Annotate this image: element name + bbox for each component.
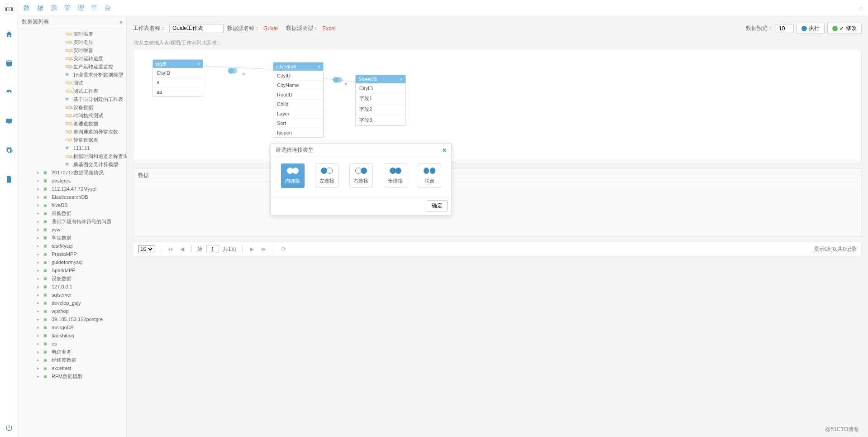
tree-item[interactable]: SQL实时温度 bbox=[18, 30, 126, 38]
modify-button[interactable]: ✓ 修改 bbox=[827, 23, 862, 34]
field[interactable]: 字段1 bbox=[356, 93, 405, 104]
tree-item[interactable]: SQL测试工作表 bbox=[18, 87, 126, 95]
tree-item[interactable]: SQL查询通道的异常次数 bbox=[18, 128, 126, 136]
remove-join-icon[interactable]: × bbox=[344, 81, 347, 86]
tree-item[interactable]: ▸▣测试字段有特殊符号的问题 bbox=[18, 217, 126, 226]
tree-item[interactable]: ▸▣tiaoshibug bbox=[18, 331, 126, 340]
tree-item[interactable]: SQL生产运转速度监控 bbox=[18, 62, 126, 71]
tree-item[interactable]: ▸▣postgres bbox=[18, 177, 126, 185]
collapse-sidebar-icon[interactable]: « bbox=[119, 19, 123, 25]
tree-item[interactable]: ⚒基于向导创建的工作表 bbox=[18, 95, 126, 103]
join-left[interactable]: 左连接 bbox=[315, 163, 339, 188]
field[interactable]: 字段3 bbox=[356, 115, 405, 125]
field[interactable]: CityID bbox=[273, 71, 323, 80]
join-node-icon[interactable] bbox=[333, 77, 343, 86]
tree-item[interactable]: ▸▣es bbox=[18, 340, 126, 348]
tree-item[interactable]: SQL设备数据 bbox=[18, 103, 126, 111]
tree-item[interactable]: ⚒行业需求分析数据模型 bbox=[18, 71, 126, 79]
tree-item[interactable]: ▸▣RFM数据模型 bbox=[18, 372, 126, 380]
field[interactable]: aa bbox=[153, 87, 203, 96]
tree-item[interactable]: ▸▣采购数据 bbox=[18, 209, 126, 217]
field[interactable]: RootID bbox=[273, 90, 323, 99]
tree-item[interactable]: ▸▣112.124.47.72Mysql bbox=[18, 185, 126, 193]
svg-point-5 bbox=[336, 77, 342, 83]
join-canvas[interactable]: city$× CityID a aa citydata$× CityID Cit… bbox=[133, 50, 862, 162]
dashboard-icon[interactable] bbox=[0, 83, 18, 101]
document-icon[interactable] bbox=[0, 170, 18, 188]
power-icon[interactable] bbox=[0, 419, 18, 437]
field[interactable]: Isopen bbox=[273, 128, 323, 137]
tree-item[interactable]: SQL查通道数据 bbox=[18, 120, 126, 128]
page-input[interactable] bbox=[206, 245, 219, 253]
join-right[interactable]: 右连接 bbox=[349, 163, 373, 188]
join-union[interactable]: 联合 bbox=[418, 163, 441, 188]
tree-item[interactable]: ▸▣mongoDB bbox=[18, 323, 126, 331]
app-logo: ◧◨ bbox=[3, 3, 15, 14]
tree-item[interactable]: ▸▣testMysql bbox=[18, 242, 126, 250]
tree-item[interactable]: ▸▣PrestoMPP bbox=[18, 250, 126, 258]
field[interactable]: a bbox=[153, 77, 203, 87]
join-inner[interactable]: 内连接 bbox=[281, 163, 305, 188]
tree-item[interactable]: SQL实时噪音 bbox=[18, 46, 126, 54]
join-node-icon[interactable] bbox=[228, 67, 238, 77]
ok-button[interactable]: 确定 bbox=[427, 200, 448, 211]
data-preview-panel: 数据 bbox=[133, 168, 862, 236]
tree-item[interactable]: SQL时间格式测试 bbox=[18, 111, 126, 120]
tree-item[interactable]: ▸▣SparkMPP bbox=[18, 266, 126, 274]
tree-item[interactable]: SQL异常数据表 bbox=[18, 136, 126, 144]
join-full[interactable]: 全连接 bbox=[384, 163, 407, 188]
run-button[interactable]: 执行 bbox=[796, 23, 825, 34]
tree-item[interactable]: ▸▣127.0.0.1 bbox=[18, 283, 126, 291]
home-icon[interactable] bbox=[0, 25, 18, 43]
tree-item[interactable]: SQL实时电压 bbox=[18, 38, 126, 46]
monitor-icon[interactable] bbox=[0, 112, 18, 130]
tree-item[interactable]: SQL实时运转速度 bbox=[18, 54, 126, 62]
tree-item[interactable]: ▸▣经纬度数据 bbox=[18, 356, 126, 364]
close-icon[interactable]: × bbox=[400, 77, 403, 82]
field[interactable]: CityName bbox=[273, 80, 323, 90]
first-page-icon[interactable]: ⏮ bbox=[166, 246, 175, 252]
tree-item[interactable]: ▸▣20170713数据采集情况 bbox=[18, 168, 126, 177]
tree-item[interactable]: ▸▣hiveDB bbox=[18, 201, 126, 209]
tree-item[interactable]: ▸▣wpshop bbox=[18, 307, 126, 315]
database-icon[interactable] bbox=[0, 54, 18, 72]
preview-count-input[interactable] bbox=[776, 24, 794, 33]
tree-item[interactable]: ▸▣设备数据 bbox=[18, 274, 126, 283]
last-page-icon[interactable]: ⏭ bbox=[259, 246, 268, 252]
data-section-title: 数据 bbox=[134, 169, 861, 182]
tree-item[interactable]: SQL根据时间和通道名称查询数据明细 bbox=[18, 152, 126, 160]
page-size-select[interactable]: 10 bbox=[138, 245, 154, 253]
remove-join-icon[interactable]: × bbox=[242, 71, 245, 77]
tree-item[interactable]: ▸▣develop_gajy bbox=[18, 299, 126, 307]
close-icon[interactable]: × bbox=[197, 61, 200, 67]
tree-item[interactable]: ▸▣sqlserver bbox=[18, 291, 126, 299]
field[interactable]: Child bbox=[273, 99, 323, 109]
field[interactable]: 字段2 bbox=[356, 104, 405, 115]
table-sheet2[interactable]: Sheet2$× CityID 字段1 字段2 字段3 bbox=[355, 75, 406, 126]
ws-name-input[interactable] bbox=[169, 24, 224, 33]
field[interactable]: CityID bbox=[153, 68, 203, 77]
table-city[interactable]: city$× CityID a aa bbox=[153, 59, 203, 97]
tree-item[interactable]: ▸▣exceltest bbox=[18, 364, 126, 372]
refresh-icon[interactable]: ⟳ bbox=[280, 246, 288, 252]
field[interactable]: Sort bbox=[273, 118, 323, 128]
home-right-icon[interactable]: ⌂ bbox=[859, 5, 863, 12]
tree-item[interactable]: SQL测试 bbox=[18, 79, 126, 87]
prev-page-icon[interactable]: ◀ bbox=[178, 246, 186, 252]
field[interactable]: Layer bbox=[273, 109, 323, 118]
next-page-icon[interactable]: ▶ bbox=[248, 246, 256, 252]
tree-item[interactable]: ▸▣ElasticsearchDB bbox=[18, 193, 126, 201]
datasource-tree[interactable]: SQL实时温度SQL实时电压SQL实时噪音SQL实时运转速度SQL生产运转速度监… bbox=[18, 28, 126, 437]
field[interactable]: CityID bbox=[356, 83, 405, 93]
tree-item[interactable]: ⚒111111 bbox=[18, 144, 126, 152]
tree-item[interactable]: ▸▣39.105.153.152postgre bbox=[18, 315, 126, 323]
close-icon[interactable]: × bbox=[318, 64, 320, 69]
close-icon[interactable]: ✕ bbox=[442, 147, 447, 154]
tree-item[interactable]: ▸▣yyw bbox=[18, 226, 126, 234]
tree-item[interactable]: ▸▣学生数据 bbox=[18, 234, 126, 242]
tree-item[interactable]: ▸▣guideformysql bbox=[18, 258, 126, 266]
table-citydata[interactable]: citydata$× CityID CityName RootID Child … bbox=[273, 62, 324, 138]
settings-icon[interactable] bbox=[0, 141, 18, 159]
tree-item[interactable]: ⚒桑基图交叉计算模型 bbox=[18, 160, 126, 168]
tree-item[interactable]: ▸▣电信业务 bbox=[18, 348, 126, 356]
